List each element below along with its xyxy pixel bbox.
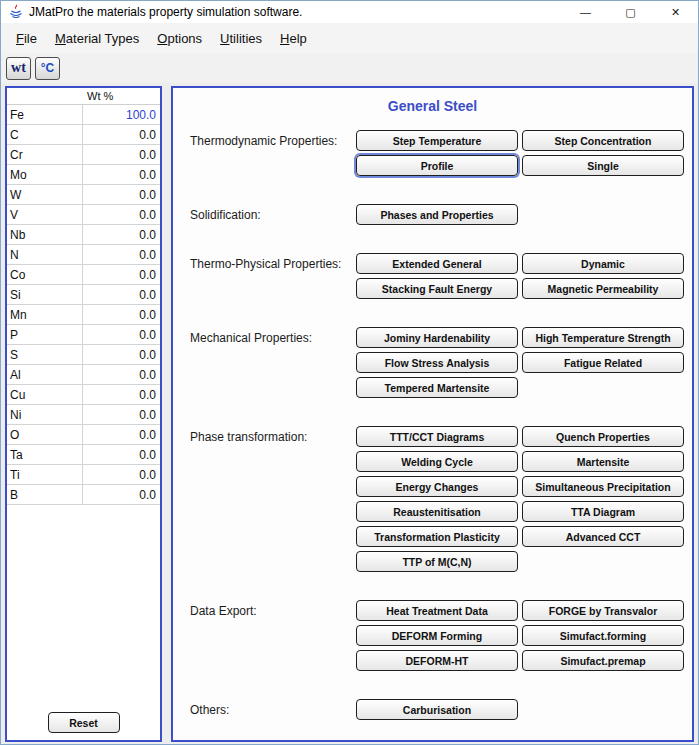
composition-table-header: Wt % [7,88,160,104]
flow-stress-analysis-button[interactable]: Flow Stress Analysis [356,352,518,373]
element-value-n[interactable]: 0.0 [83,245,160,264]
element-value-w[interactable]: 0.0 [83,185,160,204]
deform-forming-button[interactable]: DEFORM Forming [356,625,518,646]
element-value-ta[interactable]: 0.0 [83,445,160,464]
profile-button[interactable]: Profile [356,155,518,176]
menu-item-utilities[interactable]: Utilities [211,26,271,51]
section-buttons: Jominy HardenabilityHigh Temperature Str… [356,327,684,398]
martensite-button[interactable]: Martensite [522,451,684,472]
single-button[interactable]: Single [522,155,684,176]
element-value-p[interactable]: 0.0 [83,325,160,344]
carburisation-button[interactable]: Carburisation [356,699,518,720]
quench-properties-button[interactable]: Quench Properties [522,426,684,447]
maximize-button[interactable]: ▢ [608,1,653,23]
element-value-co[interactable]: 0.0 [83,265,160,284]
element-value-v[interactable]: 0.0 [83,205,160,224]
weight-percent-toggle-button[interactable]: wt [6,57,31,80]
table-row: O0.0 [7,425,160,445]
element-label-mo: Mo [7,165,83,184]
table-row: Si0.0 [7,285,160,305]
fatigue-related-button[interactable]: Fatigue Related [522,352,684,373]
menu-item-help[interactable]: Help [271,26,316,51]
main-area: Wt % Fe100.0C0.0Cr0.0Mo0.0W0.0V0.0Nb0.0N… [1,83,698,745]
composition-table-body: Fe100.0C0.0Cr0.0Mo0.0W0.0V0.0Nb0.0N0.0Co… [7,104,160,505]
element-value-c[interactable]: 0.0 [83,125,160,144]
section-label: Mechanical Properties: [190,327,356,398]
minimize-button[interactable]: — [563,1,608,23]
general-steel-panel: General Steel Thermodynamic Properties:S… [171,86,694,742]
element-label-w: W [7,185,83,204]
welding-cycle-button[interactable]: Welding Cycle [356,451,518,472]
ttp-of-m-c-n-button[interactable]: TTP of M(C,N) [356,551,518,572]
energy-changes-button[interactable]: Energy Changes [356,476,518,497]
element-label-ti: Ti [7,465,83,484]
element-value-cr[interactable]: 0.0 [83,145,160,164]
celsius-toggle-button[interactable]: °C [35,57,60,80]
phases-and-properties-button[interactable]: Phases and Properties [356,204,518,225]
high-temperature-strength-button[interactable]: High Temperature Strength [522,327,684,348]
stacking-fault-energy-button[interactable]: Stacking Fault Energy [356,278,518,299]
reaustenitisation-button[interactable]: Reaustenitisation [356,501,518,522]
element-value-o[interactable]: 0.0 [83,425,160,444]
table-row: Mn0.0 [7,305,160,325]
simultaneous-precipitation-button[interactable]: Simultaneous Precipitation [522,476,684,497]
table-row: B0.0 [7,485,160,505]
table-row: Cr0.0 [7,145,160,165]
section-buttons: Step TemperatureStep ConcentrationProfil… [356,130,684,176]
tempered-martensite-button[interactable]: Tempered Martensite [356,377,518,398]
element-value-al[interactable]: 0.0 [83,365,160,384]
step-concentration-button[interactable]: Step Concentration [522,130,684,151]
menu-item-options[interactable]: Options [148,26,211,51]
section-phase-transformation: Phase transformation:TTT/CCT DiagramsQue… [190,426,692,572]
element-value-si[interactable]: 0.0 [83,285,160,304]
element-label-cr: Cr [7,145,83,164]
app-window: JMatPro the materials property simulatio… [0,0,699,745]
advanced-cct-button[interactable]: Advanced CCT [522,526,684,547]
element-value-s[interactable]: 0.0 [83,345,160,364]
section-buttons: Heat Treatment DataFORGE by TransvalorDE… [356,600,684,671]
magnetic-permeability-button[interactable]: Magnetic Permeability [522,278,684,299]
element-value-ti[interactable]: 0.0 [83,465,160,484]
transformation-plasticity-button[interactable]: Transformation Plasticity [356,526,518,547]
composition-panel: Wt % Fe100.0C0.0Cr0.0Mo0.0W0.0V0.0Nb0.0N… [5,86,162,742]
table-row: P0.0 [7,325,160,345]
simufact-forming-button[interactable]: Simufact.forming [522,625,684,646]
jominy-hardenability-button[interactable]: Jominy Hardenability [356,327,518,348]
extended-general-button[interactable]: Extended General [356,253,518,274]
element-value-cu[interactable]: 0.0 [83,385,160,404]
table-row: C0.0 [7,125,160,145]
section-thermodynamic-properties: Thermodynamic Properties:Step Temperatur… [190,130,692,176]
step-temperature-button[interactable]: Step Temperature [356,130,518,151]
heat-treatment-data-button[interactable]: Heat Treatment Data [356,600,518,621]
forge-by-transvalor-button[interactable]: FORGE by Transvalor [522,600,684,621]
tta-diagram-button[interactable]: TTA Diagram [522,501,684,522]
element-label-p: P [7,325,83,344]
section-label: Solidification: [190,204,356,225]
wt-percent-column-header: Wt % [87,90,113,102]
table-row: Fe100.0 [7,105,160,125]
ttt-cct-diagrams-button[interactable]: TTT/CCT Diagrams [356,426,518,447]
element-value-mo[interactable]: 0.0 [83,165,160,184]
table-row: Mo0.0 [7,165,160,185]
element-value-fe[interactable]: 100.0 [83,105,160,124]
section-buttons: Extended GeneralDynamicStacking Fault En… [356,253,684,299]
element-label-al: Al [7,365,83,384]
element-value-ni[interactable]: 0.0 [83,405,160,424]
menu-item-file[interactable]: File [7,26,46,51]
close-button[interactable]: ✕ [653,1,698,23]
element-label-ni: Ni [7,405,83,424]
element-label-o: O [7,425,83,444]
element-value-mn[interactable]: 0.0 [83,305,160,324]
page-title: General Steel [173,98,692,114]
menu-bar: FileMaterial TypesOptionsUtilitiesHelp [1,23,698,53]
element-label-ta: Ta [7,445,83,464]
deform-ht-button[interactable]: DEFORM-HT [356,650,518,671]
element-value-b[interactable]: 0.0 [83,485,160,504]
window-controls: — ▢ ✕ [563,1,698,23]
element-value-nb[interactable]: 0.0 [83,225,160,244]
menu-item-material-types[interactable]: Material Types [46,26,148,51]
dynamic-button[interactable]: Dynamic [522,253,684,274]
reset-button[interactable]: Reset [48,712,120,733]
simufact-premap-button[interactable]: Simufact.premap [522,650,684,671]
section-label: Thermo-Physical Properties: [190,253,356,299]
